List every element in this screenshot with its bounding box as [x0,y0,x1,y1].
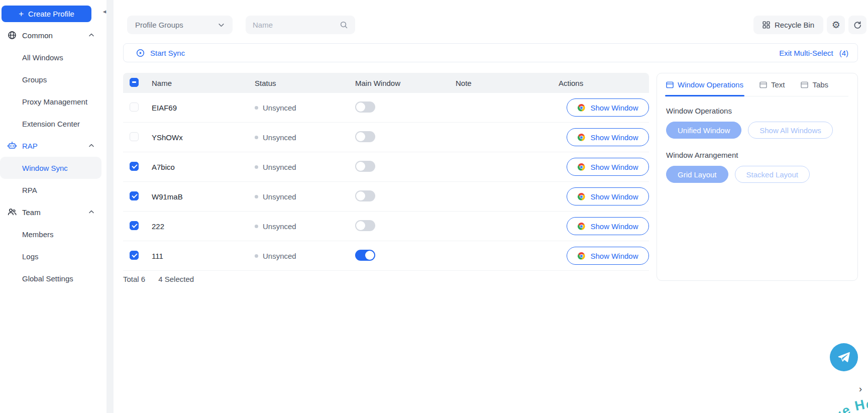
show-all-windows-button[interactable]: Show All Windows [748,122,833,139]
main-window-toggle[interactable] [355,220,375,231]
profile-name: YShOWx [152,133,255,142]
column-main-window: Main Window [355,79,456,87]
tab-tabs[interactable]: Tabs [801,73,828,96]
name-search-input[interactable] [253,21,340,29]
show-window-button[interactable]: Show Window [567,158,649,176]
table-row: 222 Unsynced Show Window [123,212,649,241]
sidebar-item-rpa[interactable]: RPA [0,179,101,201]
status-text: Unsynced [263,222,296,231]
table-row: YShOWx Unsynced Show Window [123,123,649,152]
sidebar-item-groups[interactable]: Groups [0,68,101,90]
sidebar-section-common[interactable]: Common [0,24,101,46]
row-checkbox[interactable] [130,221,139,230]
settings-button[interactable]: ⚙ [827,16,845,34]
profiles-table: Name Status Main Window Note Actions EIA… [123,73,649,271]
globe-icon [7,30,18,41]
row-checkbox[interactable] [130,102,139,112]
refresh-button[interactable] [848,16,866,34]
window-operations-panel: Window Operations Text Tabs Window Opera… [657,73,858,281]
name-search-field[interactable] [246,16,355,34]
status-text: Unsynced [263,192,296,201]
column-actions: Actions [559,79,649,87]
show-window-button[interactable]: Show Window [567,98,649,117]
sidebar-section-team[interactable]: Team [0,201,101,223]
grid-layout-button[interactable]: Grid Layout [666,166,728,183]
show-window-button[interactable]: Show Window [567,247,649,265]
sidebar-item-members[interactable]: Members [0,223,101,245]
row-checkbox[interactable] [130,251,139,260]
select-all-checkbox[interactable] [130,78,139,87]
sidebar-menu: Common All Windows Groups Proxy Manageme… [0,24,101,289]
recycle-bin-label: Recycle Bin [775,21,814,29]
selected-count: (4) [839,49,848,57]
main-window-toggle[interactable] [355,190,375,201]
status-dot [255,254,258,258]
chrome-icon [577,133,586,142]
main-window-toggle[interactable] [355,101,375,113]
profile-name: W91maB [152,192,255,201]
chrome-icon [577,192,586,201]
profile-groups-value: Profile Groups [135,21,183,29]
sync-action-bar: Start Sync Exit Multi-Select (4) [123,43,858,62]
sidebar-splitter[interactable] [106,0,114,413]
chevron-up-icon [88,209,94,215]
status-dot [255,195,258,198]
sidebar-item-window-sync[interactable]: Window Sync [0,157,101,179]
sidebar-collapse-icon[interactable]: ◂ [100,7,109,16]
profile-name: 222 [152,222,255,231]
unified-window-button[interactable]: Unified Window [666,122,741,139]
grid-icon [763,21,770,29]
row-checkbox[interactable] [130,162,139,171]
drawer-handle-chevron-icon[interactable]: › [859,384,862,394]
profile-groups-select[interactable]: Profile Groups [127,16,233,34]
show-window-button[interactable]: Show Window [567,128,649,146]
selected-count-footer: 4 Selected [158,275,194,283]
status-text: Unsynced [263,163,296,171]
sidebar-item-proxy-management[interactable]: Proxy Management [0,90,101,113]
gear-icon: ⚙ [832,20,840,30]
tab-window-operations[interactable]: Window Operations [666,73,743,96]
panel-tabs: Window Operations Text Tabs [666,73,848,96]
sidebar-item-extension-center[interactable]: Extension Center [0,113,101,135]
profile-name: EIAF69 [152,104,255,112]
table-row: 111 Unsynced Show Window [123,241,649,271]
show-window-button[interactable]: Show Window [567,217,649,235]
main-window-toggle[interactable] [355,250,375,261]
telegram-icon [837,350,851,364]
chrome-icon [577,252,586,260]
tab-text[interactable]: Text [759,73,785,96]
stacked-layout-button[interactable]: Stacked Layout [735,166,810,183]
status-dot [255,136,258,139]
show-window-button[interactable]: Show Window [567,187,649,205]
exit-multi-select-label: Exit Multi-Select [779,49,833,57]
robot-icon [7,140,18,151]
row-checkbox[interactable] [130,191,139,200]
sidebar-item-global-settings[interactable]: Global Settings [0,267,101,289]
sidebar: + Create Profile Common All Windows Grou… [0,0,106,413]
status-text: Unsynced [263,252,296,260]
recycle-bin-button[interactable]: Recycle Bin [753,16,823,34]
section-label: RAP [22,142,38,150]
refresh-icon [853,21,862,30]
telegram-button[interactable] [830,343,858,371]
exit-multi-select-button[interactable]: Exit Multi-Select (4) [779,49,848,57]
sidebar-section-rap[interactable]: RAP [0,135,101,157]
start-sync-button[interactable]: Start Sync [136,48,185,58]
status-dot [255,106,258,110]
chrome-icon [577,104,586,112]
chevron-down-icon [218,22,225,28]
column-name: Name [152,79,255,87]
create-profile-button[interactable]: + Create Profile [2,6,91,22]
table-row: EIAF69 Unsynced Show Window [123,93,649,123]
chevron-up-icon [88,32,94,38]
status-dot [255,225,258,228]
sidebar-item-logs[interactable]: Logs [0,245,101,267]
total-count: Total 6 [123,275,145,283]
profile-name: 111 [152,252,255,260]
main-window-toggle[interactable] [355,131,375,142]
window-icon [801,81,808,88]
main-window-toggle[interactable] [355,161,375,172]
sidebar-item-all-windows[interactable]: All Windows [0,46,101,68]
row-checkbox[interactable] [130,132,139,141]
status-text: Unsynced [263,104,296,112]
